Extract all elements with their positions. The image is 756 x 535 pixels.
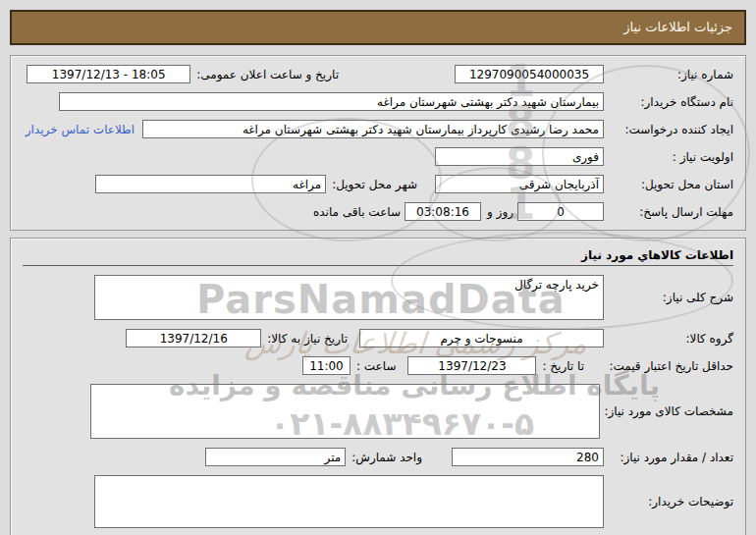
response-deadline-row: مهلت ارسال پاسخ: 0 روز و 03:08:16 ساعت ب… (23, 202, 733, 221)
until-date-label: تا تاریخ : (536, 359, 584, 373)
goods-group-input[interactable]: منسوجات و چرم (359, 329, 604, 348)
need-number-input[interactable]: 1297090054000035 (455, 65, 604, 83)
request-creator-label: ایجاد کننده درخواست: (604, 123, 733, 136)
city-label: شهر محل تحویل: (326, 178, 417, 191)
price-validity-row: حداقل تاریخ اعتبار قیمت: تا تاریخ : 1397… (23, 356, 733, 375)
buyer-org-label: نام دستگاه خریدار: (604, 95, 733, 109)
specs-row: مشخصات کالای مورد نیاز: (23, 384, 733, 439)
city-input[interactable]: مراغه (95, 175, 326, 193)
priority-row: اولویت نیاز : فوری (23, 147, 733, 166)
section-divider (23, 265, 733, 266)
specs-label: مشخصات کالای مورد نیاز: (600, 404, 733, 418)
delivery-location-row: استان محل تحویل: آذربایجان شرقی شهر محل … (23, 175, 733, 193)
province-label: استان محل تحویل: (604, 178, 733, 191)
request-creator-row: ایجاد کننده درخواست: محمد رضا رشیدی کارپ… (23, 120, 733, 138)
buyer-contact-link[interactable]: اطلاعات تماس خریدار (26, 123, 135, 136)
general-desc-textarea[interactable]: خرید پارچه ترگال (94, 275, 604, 320)
priority-label: اولویت نیاز : (604, 150, 733, 164)
need-date-input[interactable]: 1397/12/16 (126, 329, 261, 348)
announce-datetime-label: تاریخ و ساعت اعلان عمومی: (190, 68, 339, 81)
general-desc-row: شرح کلی نیاز: خرید پارچه ترگال (23, 275, 733, 320)
priority-input[interactable]: فوری (435, 147, 604, 166)
deadline-days-input[interactable]: 0 (517, 202, 604, 221)
unit-input[interactable]: متر (205, 448, 346, 466)
buyer-notes-textarea[interactable] (94, 475, 604, 528)
buyer-notes-label: توضیحات خریدار: (604, 495, 733, 508)
announce-datetime-input[interactable]: 1397/12/13 - 18:05 (27, 65, 190, 83)
hour-input[interactable]: 11:00 (302, 356, 351, 375)
general-desc-label: شرح کلی نیاز: (604, 291, 733, 304)
price-validity-label: حداقل تاریخ اعتبار قیمت: (584, 359, 733, 373)
goods-section-title: اطلاعات کالاهاي مورد نیاز (23, 248, 733, 262)
buyer-org-input[interactable]: بیمارستان شهید دکتر بهشتی شهرستان مراغه (59, 92, 604, 111)
quantity-label: تعداد / مقدار مورد نیاز: (604, 451, 733, 464)
unit-label: واحد شمارش: (346, 451, 422, 464)
buyer-org-row: نام دستگاه خریدار: بیمارستان شهید دکتر ب… (23, 92, 733, 111)
province-input[interactable]: آذربایجان شرقی (435, 175, 604, 193)
deadline-days-suffix: روز و (481, 205, 513, 219)
need-details-section: شماره نیاز: 1297090054000035 تاریخ و ساع… (10, 55, 746, 231)
specs-textarea[interactable] (90, 384, 600, 439)
quantity-row: تعداد / مقدار مورد نیاز: 280 واحد شمارش:… (23, 448, 733, 466)
goods-group-label: گروه کالا: (604, 332, 733, 346)
deadline-label: مهلت ارسال پاسخ: (604, 205, 733, 219)
deadline-time-input[interactable]: 03:08:16 (405, 202, 481, 221)
quantity-input[interactable]: 280 (452, 448, 604, 466)
until-date-input[interactable]: 1397/12/23 (407, 356, 536, 375)
deadline-time-suffix: ساعت باقی مانده (307, 205, 401, 219)
need-date-label: تاریخ نیاز به کالا: (261, 332, 348, 346)
goods-group-row: گروه کالا: منسوجات و چرم تاریخ نیاز به ک… (23, 329, 733, 348)
hour-label: ساعت : (351, 359, 397, 373)
goods-info-section: اطلاعات کالاهاي مورد نیاز شرح کلی نیاز: … (10, 238, 746, 535)
need-number-label: شماره نیاز: (604, 68, 733, 81)
page-title: جزئیات اطلاعات نیاز (10, 10, 746, 45)
request-creator-input[interactable]: محمد رضا رشیدی کارپرداز بیمارستان شهید د… (142, 120, 604, 138)
need-number-row: شماره نیاز: 1297090054000035 تاریخ و ساع… (23, 65, 733, 83)
buyer-notes-row: توضیحات خریدار: (23, 475, 733, 528)
page-root: جزئیات اطلاعات نیاز شماره نیاز: 12970900… (0, 10, 756, 535)
